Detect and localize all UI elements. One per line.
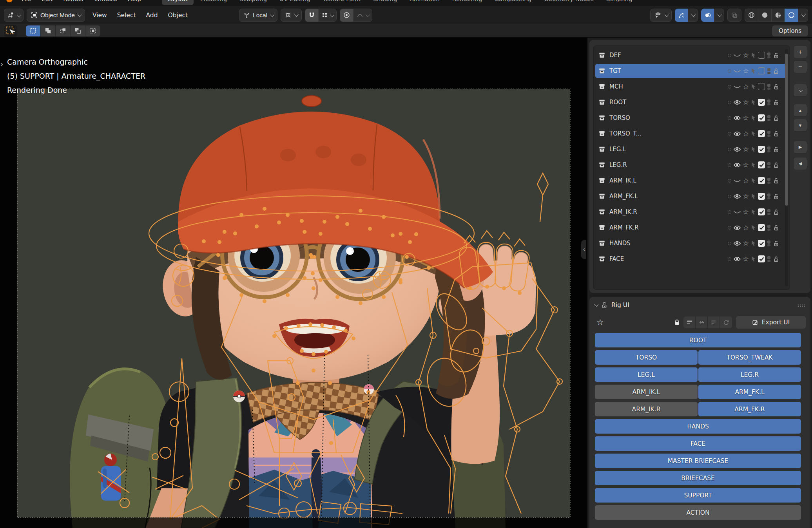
rig-button-leg-r[interactable]: LEG.R [698, 367, 801, 382]
rig-button-support[interactable]: SUPPORT [595, 488, 801, 503]
eye-open-icon[interactable] [733, 99, 741, 105]
collection-checkbox[interactable] [758, 224, 765, 231]
rig-button-torso[interactable]: TORSO [595, 350, 698, 365]
workspace-tab-compositing[interactable]: Compositing [489, 0, 537, 5]
workspace-tab-shading[interactable]: Shading [367, 0, 403, 5]
toolbar-expand-arrow[interactable]: › [0, 60, 4, 69]
grip-handle-icon[interactable] [797, 302, 806, 309]
unlock-icon[interactable] [773, 256, 779, 262]
mode-dropdown[interactable]: Object Mode [27, 9, 85, 22]
options-button[interactable]: Options [772, 25, 808, 36]
solo-star-icon[interactable]: ☆ [743, 130, 749, 137]
selectable-cursor-icon[interactable] [751, 193, 756, 199]
select-mode-set[interactable] [26, 25, 41, 36]
shading-wireframe-button[interactable] [745, 9, 758, 22]
show-gizmo-toggle[interactable] [675, 9, 688, 22]
rig-button-torso-tweak[interactable]: TORSO_TWEAK [698, 350, 801, 365]
bone-collection-row-def[interactable]: DEF☆ [595, 48, 788, 62]
workspace-tab-texture-paint[interactable]: Texture Paint [317, 0, 366, 5]
sidebar-expand-arrow[interactable]: ‹ [581, 240, 586, 259]
show-overlays-toggle[interactable] [701, 9, 714, 22]
rig-button-arm-ik-l[interactable]: ARM_IK.L [595, 385, 698, 399]
workspace-tab-geometry-nodes[interactable]: Geometry Nodes [538, 0, 600, 5]
rig-button-leg-l[interactable]: LEG.L [595, 367, 698, 382]
viewport-menu-add[interactable]: Add [141, 12, 163, 19]
bone-collection-row-face[interactable]: FACE☆ [595, 252, 788, 266]
refresh-icon[interactable] [720, 316, 732, 328]
bone-collection-row-root[interactable]: ROOT☆ [595, 95, 788, 109]
panel-collapse-chevron[interactable] [594, 302, 598, 307]
blender-logo-icon[interactable] [4, 0, 13, 3]
specials-menu-button[interactable] [793, 84, 807, 97]
selectable-cursor-icon[interactable] [751, 177, 756, 184]
eye-closed-icon[interactable] [733, 68, 741, 74]
menu-help[interactable]: Help [123, 0, 146, 5]
collection-checkbox[interactable] [758, 146, 765, 153]
rig-button-arm-fk-l[interactable]: ARM_FK.L [698, 385, 801, 399]
unlock-icon[interactable] [773, 115, 779, 121]
rig-button-face[interactable]: FACE [595, 436, 801, 451]
solo-star-icon[interactable]: ☆ [743, 115, 749, 121]
eye-open-icon[interactable] [733, 193, 741, 199]
collection-checkbox[interactable] [758, 114, 765, 121]
eye-closed-icon[interactable] [733, 209, 741, 215]
selectable-cursor-icon[interactable] [751, 115, 756, 121]
snap-toggle[interactable] [305, 9, 318, 22]
rig-button-root[interactable]: ROOT [595, 333, 801, 347]
3d-viewport[interactable]: Camera Orthographic (5) SUPPORT | Armatu… [0, 38, 586, 528]
overlays-dropdown[interactable] [714, 9, 724, 22]
collection-checkbox[interactable] [758, 130, 765, 137]
selectable-cursor-icon[interactable] [751, 162, 756, 168]
eye-open-icon[interactable] [733, 146, 741, 152]
unlock-icon[interactable] [773, 52, 779, 59]
bone-collection-row-arm-fk-l[interactable]: ARM_FK.L☆ [595, 189, 788, 203]
snap-settings-dropdown[interactable] [318, 9, 337, 22]
object-visibility-dropdown[interactable] [650, 9, 672, 22]
workspace-tab-animation[interactable]: Animation [404, 0, 445, 5]
collection-checkbox[interactable] [758, 240, 765, 247]
workspace-tab-layout[interactable]: Layout [162, 0, 194, 5]
select-mode-intersect[interactable] [85, 25, 100, 36]
selectable-cursor-icon[interactable] [751, 52, 756, 58]
collection-checkbox[interactable] [758, 161, 765, 168]
collection-checkbox[interactable] [758, 67, 765, 74]
unlock-icon[interactable] [773, 193, 779, 200]
rig-button-master-briefcase[interactable]: MASTER BRIEFCASE [595, 454, 801, 468]
bone-collection-row-tgt[interactable]: TGT☆ [595, 64, 788, 78]
bone-collection-row-mch[interactable]: MCH☆ [595, 80, 788, 94]
eye-open-icon[interactable] [733, 115, 741, 121]
collection-checkbox[interactable] [758, 193, 765, 200]
rig-button-arm-ik-r[interactable]: ARM_IK.R [595, 402, 698, 416]
selectable-cursor-icon[interactable] [751, 209, 756, 215]
solo-star-icon[interactable]: ☆ [743, 162, 749, 168]
pivot-point-dropdown[interactable] [281, 9, 302, 22]
menu-window[interactable]: Window [89, 0, 123, 5]
eye-open-icon[interactable] [733, 240, 741, 246]
selectable-cursor-icon[interactable] [751, 99, 756, 105]
make-child-button[interactable]: ▶ [793, 141, 807, 154]
solo-star-icon[interactable]: ☆ [743, 52, 749, 59]
solo-star-icon[interactable]: ☆ [743, 209, 749, 215]
shading-dropdown[interactable] [798, 9, 808, 22]
remove-collection-button[interactable]: − [793, 60, 807, 73]
add-collection-button[interactable]: + [793, 45, 807, 58]
selectable-cursor-icon[interactable] [751, 224, 756, 231]
solo-star-icon[interactable]: ☆ [743, 177, 749, 184]
box-select-tool[interactable] [4, 25, 17, 37]
workspace-tab-rendering[interactable]: Rendering [446, 0, 488, 5]
select-mode-subtract[interactable] [56, 25, 71, 36]
selectable-cursor-icon[interactable] [751, 68, 756, 74]
eye-closed-icon[interactable] [733, 52, 741, 58]
expand-width-icon[interactable] [696, 316, 708, 328]
eye-closed-icon[interactable] [733, 178, 741, 184]
eye-closed-icon[interactable] [733, 84, 741, 90]
solo-star-icon[interactable]: ☆ [743, 256, 749, 262]
collection-checkbox[interactable] [758, 255, 765, 262]
selectable-cursor-icon[interactable] [751, 146, 756, 152]
unlock-icon[interactable] [773, 224, 779, 231]
menu-edit[interactable]: Edit [36, 0, 58, 5]
collection-checkbox[interactable] [758, 177, 765, 184]
menu-file[interactable]: File [16, 0, 36, 5]
rig-button-arm-fk-r[interactable]: ARM_FK.R [698, 402, 801, 416]
collection-checkbox[interactable] [758, 83, 765, 90]
